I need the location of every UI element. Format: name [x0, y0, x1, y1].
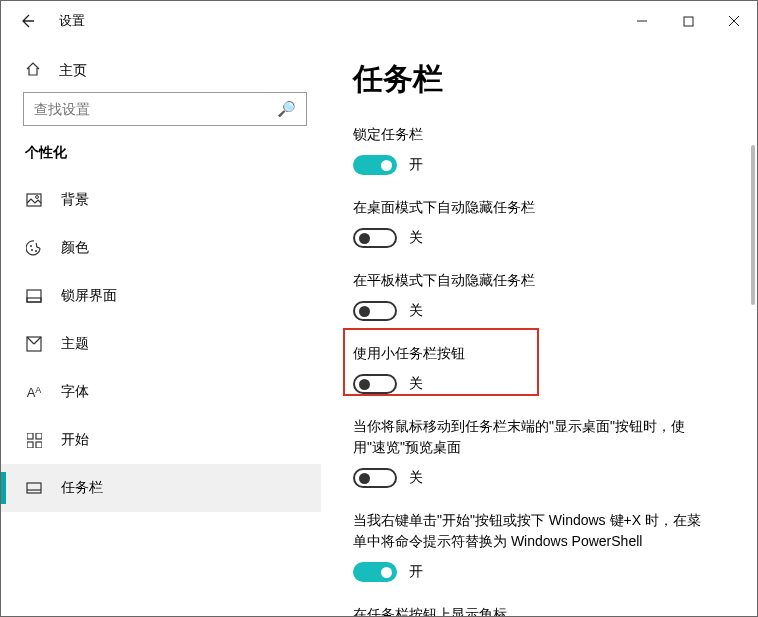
setting-label: 在任务栏按钮上显示角标: [353, 604, 713, 616]
home-label: 主页: [59, 62, 87, 80]
palette-icon: [25, 240, 43, 256]
setting-label: 当你将鼠标移动到任务栏末端的"显示桌面"按钮时，使用"速览"预览桌面: [353, 416, 713, 458]
settings-window: 设置 主页 🔍: [0, 0, 758, 617]
toggle-knob: [359, 473, 370, 484]
toggle-state-text: 关: [409, 375, 423, 393]
sidebar-item-label: 主题: [61, 335, 89, 353]
setting-item: 在任务栏按钮上显示角标开: [353, 604, 749, 616]
sidebar-item-label: 背景: [61, 191, 89, 209]
svg-rect-10: [36, 433, 42, 439]
toggle-knob: [359, 233, 370, 244]
toggle-switch[interactable]: [353, 562, 397, 582]
sidebar: 主页 🔍 个性化 背景: [1, 41, 321, 616]
setting-label: 当我右键单击"开始"按钮或按下 Windows 键+X 时，在菜单中将命令提示符…: [353, 510, 713, 552]
minimize-icon: [636, 15, 648, 27]
sidebar-item-label: 任务栏: [61, 479, 103, 497]
toggle-knob: [359, 379, 370, 390]
maximize-icon: [683, 16, 694, 27]
close-button[interactable]: [711, 1, 757, 41]
titlebar: 设置: [1, 1, 757, 41]
nav: 背景 颜色 锁屏界面: [1, 176, 321, 512]
svg-rect-0: [684, 17, 693, 26]
start-icon: [25, 433, 43, 448]
toggle-switch[interactable]: [353, 374, 397, 394]
setting-label: 在平板模式下自动隐藏任务栏: [353, 270, 713, 291]
sidebar-item-label: 锁屏界面: [61, 287, 117, 305]
svg-point-2: [36, 196, 39, 199]
svg-rect-6: [27, 290, 41, 302]
svg-point-3: [30, 245, 32, 247]
search-input[interactable]: [34, 101, 277, 117]
toggle-state-text: 关: [409, 469, 423, 487]
theme-icon: [25, 336, 43, 352]
sidebar-item-start[interactable]: 开始: [1, 416, 321, 464]
toggle-switch[interactable]: [353, 155, 397, 175]
sidebar-item-lockscreen[interactable]: 锁屏界面: [1, 272, 321, 320]
setting-label: 锁定任务栏: [353, 124, 713, 145]
toggle-switch[interactable]: [353, 301, 397, 321]
setting-label: 在桌面模式下自动隐藏任务栏: [353, 197, 713, 218]
sidebar-item-label: 颜色: [61, 239, 89, 257]
setting-item: 锁定任务栏开: [353, 124, 749, 175]
picture-icon: [25, 193, 43, 207]
setting-item: 当我右键单击"开始"按钮或按下 Windows 键+X 时，在菜单中将命令提示符…: [353, 510, 749, 582]
svg-point-5: [35, 250, 37, 252]
page-title: 任务栏: [353, 59, 749, 100]
section-label: 个性化: [1, 144, 321, 176]
window-title: 设置: [59, 12, 85, 30]
search-icon: 🔍: [277, 100, 296, 118]
toggle-state-text: 关: [409, 302, 423, 320]
toggle-row: 关: [353, 301, 749, 321]
settings-list: 锁定任务栏开在桌面模式下自动隐藏任务栏关在平板模式下自动隐藏任务栏关使用小任务栏…: [353, 124, 749, 616]
svg-rect-12: [36, 442, 42, 448]
lockscreen-icon: [25, 289, 43, 303]
maximize-button[interactable]: [665, 1, 711, 41]
sidebar-item-label: 开始: [61, 431, 89, 449]
toggle-state-text: 开: [409, 156, 423, 174]
setting-item: 使用小任务栏按钮关: [353, 343, 749, 394]
toggle-row: 关: [353, 228, 749, 248]
svg-rect-11: [27, 442, 33, 448]
back-button[interactable]: [13, 7, 41, 35]
sidebar-item-label: 字体: [61, 383, 89, 401]
home-icon: [25, 61, 41, 80]
scrollbar-thumb[interactable]: [751, 145, 755, 305]
toggle-knob: [381, 160, 392, 171]
setting-label: 使用小任务栏按钮: [353, 343, 713, 364]
setting-item: 在平板模式下自动隐藏任务栏关: [353, 270, 749, 321]
content: 主页 🔍 个性化 背景: [1, 41, 757, 616]
toggle-state-text: 关: [409, 229, 423, 247]
toggle-state-text: 开: [409, 563, 423, 581]
setting-item: 在桌面模式下自动隐藏任务栏关: [353, 197, 749, 248]
taskbar-icon: [25, 482, 43, 494]
setting-item: 当你将鼠标移动到任务栏末端的"显示桌面"按钮时，使用"速览"预览桌面关: [353, 416, 749, 488]
toggle-row: 关: [353, 468, 749, 488]
toggle-switch[interactable]: [353, 468, 397, 488]
svg-rect-9: [27, 433, 33, 439]
svg-rect-7: [27, 298, 41, 302]
toggle-row: 开: [353, 562, 749, 582]
svg-rect-13: [27, 483, 41, 493]
scrollbar[interactable]: [749, 145, 757, 604]
toggle-row: 关: [353, 374, 749, 394]
sidebar-item-taskbar[interactable]: 任务栏: [1, 464, 321, 512]
close-icon: [728, 15, 740, 27]
svg-rect-1: [27, 194, 41, 206]
toggle-row: 开: [353, 155, 749, 175]
sidebar-item-colors[interactable]: 颜色: [1, 224, 321, 272]
toggle-switch[interactable]: [353, 228, 397, 248]
toggle-knob: [381, 567, 392, 578]
sidebar-item-fonts[interactable]: AA 字体: [1, 368, 321, 416]
search-wrap: 🔍: [1, 92, 321, 144]
font-icon: AA: [25, 385, 43, 400]
window-controls: [619, 1, 757, 41]
search-box[interactable]: 🔍: [23, 92, 307, 126]
minimize-button[interactable]: [619, 1, 665, 41]
arrow-left-icon: [19, 13, 35, 29]
svg-point-4: [31, 249, 33, 251]
sidebar-item-themes[interactable]: 主题: [1, 320, 321, 368]
toggle-knob: [359, 306, 370, 317]
home-link[interactable]: 主页: [1, 51, 321, 92]
sidebar-item-background[interactable]: 背景: [1, 176, 321, 224]
main-panel: 任务栏 锁定任务栏开在桌面模式下自动隐藏任务栏关在平板模式下自动隐藏任务栏关使用…: [321, 41, 757, 616]
